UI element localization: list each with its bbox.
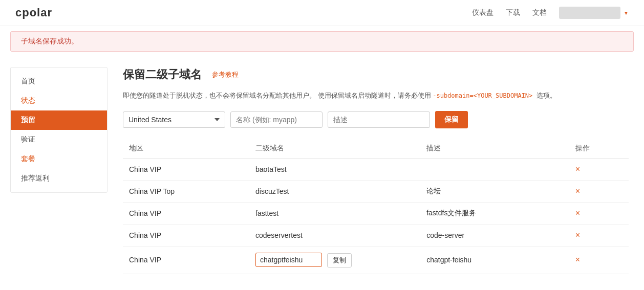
row5-subdomain-cell: chatgptfeishu 复制 xyxy=(249,246,420,274)
row5-region: China VIP xyxy=(123,246,249,274)
user-dropdown-arrow: ▼ xyxy=(624,10,629,16)
row4-subdomain: codeservertest xyxy=(249,224,420,246)
row3-action: × xyxy=(569,202,629,224)
col-header-action: 操作 xyxy=(569,139,629,159)
table-body: China VIP baotaTest × China VIP Top disc… xyxy=(123,158,629,274)
sidebar-item-reserve[interactable]: 预留 xyxy=(11,110,107,130)
save-button[interactable]: 保留 xyxy=(435,111,468,128)
name-input[interactable] xyxy=(230,111,323,128)
col-header-subdomain: 二级域名 xyxy=(249,139,420,159)
content-area: 保留二级子域名 参考教程 即使您的隧道处于脱机状态，也不会将保留域名分配给其他用… xyxy=(118,67,634,290)
domain-table: 地区 二级域名 描述 操作 China VIP baotaTest × xyxy=(123,139,629,274)
row5-desc: chatgpt-feishu xyxy=(420,246,569,274)
logo: cpolar xyxy=(15,6,52,19)
row4-region: China VIP xyxy=(123,224,249,246)
row3-desc: fastdfs文件服务 xyxy=(420,202,569,224)
row2-region: China VIP Top xyxy=(123,180,249,202)
row2-action: × xyxy=(569,180,629,202)
nav-download[interactable]: 下载 xyxy=(506,8,520,17)
row3-region: China VIP xyxy=(123,202,249,224)
page-header: 保留二级子域名 参考教程 xyxy=(123,67,629,82)
row5-copy-button[interactable]: 复制 xyxy=(327,253,352,267)
sidebar-item-home[interactable]: 首页 xyxy=(11,72,107,91)
table-row: China VIP fasttest fastdfs文件服务 × xyxy=(123,202,629,224)
sidebar: 首页 状态 预留 验证 套餐 推荐返利 xyxy=(10,67,108,193)
row4-delete-icon[interactable]: × xyxy=(575,231,580,239)
row1-desc xyxy=(420,158,569,180)
sidebar-item-plan[interactable]: 套餐 xyxy=(11,149,107,169)
table-header-row: 地区 二级域名 描述 操作 xyxy=(123,139,629,159)
success-message: 子域名保存成功。 xyxy=(21,37,78,45)
desc-input[interactable] xyxy=(328,111,430,128)
row1-delete-icon[interactable]: × xyxy=(575,165,580,173)
nav-dashboard[interactable]: 仪表盘 xyxy=(472,8,493,17)
row1-subdomain: baotaTest xyxy=(249,158,420,180)
desc-part1: 即使您的隧道处于脱机状态，也不会将保留域名分配给其他用户。 使用保留域名启动隧道… xyxy=(123,92,431,99)
row3-subdomain: fasttest xyxy=(249,202,420,224)
main-layout: 首页 状态 预留 验证 套餐 推荐返利 保留二级子域名 参考教程 即使您的隧道处… xyxy=(0,57,644,290)
row2-desc: 论坛 xyxy=(420,180,569,202)
row5-subdomain-editing[interactable]: chatgptfeishu xyxy=(255,253,322,267)
sidebar-item-verify[interactable]: 验证 xyxy=(11,130,107,149)
description: 即使您的隧道处于脱机状态，也不会将保留域名分配给其他用户。 使用保留域名启动隧道… xyxy=(123,90,629,102)
row2-subdomain: discuzTest xyxy=(249,180,420,202)
table-row: China VIP Top discuzTest 论坛 × xyxy=(123,180,629,202)
row4-desc: code-server xyxy=(420,224,569,246)
header-nav: 仪表盘 下载 文档 ▼ xyxy=(472,7,629,19)
row5-action: × xyxy=(569,246,629,274)
row3-delete-icon[interactable]: × xyxy=(575,209,580,217)
sidebar-item-status[interactable]: 状态 xyxy=(11,91,107,110)
row1-action: × xyxy=(569,158,629,180)
sidebar-item-referral[interactable]: 推荐返利 xyxy=(11,169,107,188)
page-title: 保留二级子域名 xyxy=(123,67,202,82)
ref-link[interactable]: 参考教程 xyxy=(212,70,239,79)
header: cpolar 仪表盘 下载 文档 ▼ xyxy=(0,0,644,26)
form-row: United States China VIP China VIP Top Ja… xyxy=(123,111,629,128)
table-row: China VIP codeservertest code-server × xyxy=(123,224,629,246)
user-area[interactable]: ▼ xyxy=(559,7,629,19)
desc-code: -subdomain=<YOUR_SUBDOMAIN> xyxy=(433,92,536,99)
table-row: China VIP baotaTest × xyxy=(123,158,629,180)
col-header-desc: 描述 xyxy=(420,139,569,159)
row5-delete-icon[interactable]: × xyxy=(575,255,580,264)
desc-part2: 选项。 xyxy=(536,92,556,99)
col-header-region: 地区 xyxy=(123,139,249,159)
row4-action: × xyxy=(569,224,629,246)
row1-region: China VIP xyxy=(123,158,249,180)
table-row: China VIP chatgptfeishu 复制 chatgpt-feish… xyxy=(123,246,629,274)
user-avatar xyxy=(559,7,620,19)
nav-docs[interactable]: 文档 xyxy=(532,8,547,17)
success-banner: 子域名保存成功。 xyxy=(10,31,634,52)
row2-delete-icon[interactable]: × xyxy=(575,187,580,195)
region-select[interactable]: United States China VIP China VIP Top Ja… xyxy=(123,111,225,128)
